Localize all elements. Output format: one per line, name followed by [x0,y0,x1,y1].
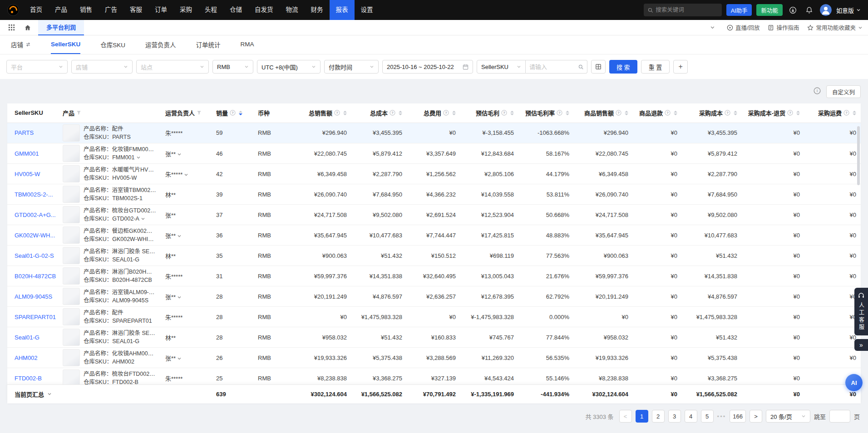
keyword-input[interactable] [529,64,576,70]
info-circle-icon[interactable]: ? [501,110,507,116]
app-logo-icon[interactable] [7,4,19,16]
info-circle-icon[interactable]: ? [557,110,562,116]
sort-control[interactable] [239,111,242,115]
version-switcher[interactable]: 如意版 [836,6,861,15]
top-menu-item-首页[interactable]: 首页 [24,0,49,20]
info-circle-icon[interactable]: ? [616,110,621,116]
info-circle-icon[interactable]: ? [725,110,730,116]
column-header-currency[interactable]: 币种 [253,103,293,123]
sku-link[interactable]: GTD002-A+G... [15,212,56,218]
product-thumbnail[interactable] [63,329,80,346]
next-page-button[interactable]: > [750,410,762,423]
top-menu-item-仓储[interactable]: 仓储 [223,0,248,20]
product-thumbnail[interactable] [63,288,80,305]
filter-shop-select[interactable]: 店铺 [71,60,133,74]
search-type-select[interactable]: SellerSKU [477,60,526,74]
sort-control[interactable] [452,111,456,115]
top-menu-item-自发货[interactable]: 自发货 [248,0,280,20]
page-size-select[interactable]: 20 条/页 [766,410,810,423]
column-header-qty[interactable]: 销量? [212,103,253,123]
info-circle-icon[interactable]: i [814,87,821,96]
filter-funnel-icon[interactable] [197,110,202,115]
sku-link[interactable]: TBM002S-2-... [15,191,53,198]
jump-page-input[interactable] [829,410,850,423]
customize-columns-button[interactable]: 自定义列 [826,85,861,98]
column-header-purchase_cost_refund[interactable]: 采购成本-退货? [742,103,804,123]
reset-button[interactable]: 重 置 [641,60,670,74]
sku-link[interactable]: AHM002 [15,354,38,361]
page-button-1[interactable]: 1 [636,410,648,423]
subtab-运营负责人[interactable]: 运营负责人 [145,35,176,54]
top-menu-item-头程[interactable]: 头程 [198,0,223,20]
filter-time-type-select[interactable]: 付款时间 [324,60,379,74]
tabs-dropdown-icon[interactable] [707,22,719,34]
filter-funnel-icon[interactable] [76,110,81,115]
product-thumbnail[interactable] [63,349,80,366]
chevron-down-icon[interactable] [177,152,182,157]
column-header-total_sales[interactable]: 总销售额? [293,103,351,123]
product-thumbnail[interactable] [63,267,80,285]
top-menu-item-广告[interactable]: 广告 [99,0,123,20]
sku-link[interactable]: PARTS [15,129,34,136]
sort-control[interactable] [343,111,347,115]
sort-control[interactable] [566,111,569,115]
top-menu-item-销售[interactable]: 销售 [74,0,99,20]
column-header-product[interactable]: 产品 [58,103,161,123]
chevron-down-icon[interactable] [177,295,182,300]
page-button-4[interactable]: 4 [685,410,697,423]
product-thumbnail[interactable] [63,165,80,182]
page-button-2[interactable]: 2 [652,410,665,423]
filter-currency-select[interactable]: RMB [212,60,253,74]
sku-link[interactable]: ALM09-9045S [15,293,52,300]
product-thumbnail[interactable] [63,145,80,162]
home-icon[interactable] [22,22,34,34]
filter-timezone-select[interactable]: UTC +8(中国) [257,60,321,74]
subtab-仓库SKU[interactable]: 仓库SKU [100,35,125,54]
chevron-down-icon[interactable] [136,155,141,160]
subtab-RMA[interactable]: RMA [241,35,254,54]
info-circle-icon[interactable]: ? [443,110,449,116]
sku-link[interactable]: SPAREPART01 [15,314,56,320]
vertical-scrollbar[interactable] [857,126,860,185]
column-header-gross_profit[interactable]: 预估毛利? [460,103,518,123]
chevron-down-icon[interactable] [177,234,182,238]
sku-link[interactable]: Seal01-G [15,334,39,341]
batch-search-button[interactable] [591,60,606,74]
last-page-button[interactable]: 166 [730,410,746,423]
table-body-viewport[interactable]: PARTS产品名称：配件仓库SKU：PARTS朱*****59RMB¥296.9… [7,123,861,384]
ai-assistant-button[interactable]: AI助手 [726,4,752,16]
column-header-owner[interactable]: 运营负责人 [161,103,212,123]
customer-service-button[interactable]: 人工客服 [854,288,868,335]
global-search-input[interactable] [656,7,717,13]
top-menu-item-物流[interactable]: 物流 [280,0,305,20]
product-thumbnail[interactable] [63,369,80,384]
sku-link[interactable]: Seal01-G-02-S [15,252,54,259]
favorites-link[interactable]: 常用功能收藏夹 [807,23,863,32]
filter-platform-select[interactable]: 平台 [6,60,68,74]
chevron-down-icon[interactable] [184,172,188,177]
product-thumbnail[interactable] [63,226,80,244]
sort-control[interactable] [399,111,402,115]
top-menu-item-采购[interactable]: 采购 [173,0,198,20]
sort-control[interactable] [510,111,514,115]
top-menu-item-财务[interactable]: 财务 [305,0,330,20]
subtab-SellerSKU[interactable]: SellerSKU [51,35,80,54]
top-menu-item-报表[interactable]: 报表 [330,0,355,20]
product-thumbnail[interactable] [63,206,80,223]
collapse-panel-button[interactable]: » [854,339,868,351]
subtab-店铺[interactable]: 店铺 [11,35,31,54]
subtab-订单统计[interactable]: 订单统计 [196,35,221,54]
info-circle-icon[interactable]: ? [787,110,793,116]
operation-guide-link[interactable]: 操作指南 [768,23,799,32]
column-header-total_fee[interactable]: 总费用? [407,103,460,123]
sku-link[interactable]: HV005-W [15,171,40,177]
new-features-button[interactable]: 新功能 [756,4,783,16]
bell-icon[interactable] [804,4,815,16]
column-header-total_cost[interactable]: 总成本? [351,103,407,123]
sort-control[interactable] [796,111,800,115]
filter-date-range-input[interactable]: 2025-10-16 ~ 2025-10-22 [382,60,473,74]
column-header-sku[interactable]: SellerSKU [7,103,58,123]
sku-link[interactable]: GK002W-WH... [15,232,55,239]
sku-link[interactable]: GMM001 [15,150,39,157]
sort-control[interactable] [674,111,677,115]
